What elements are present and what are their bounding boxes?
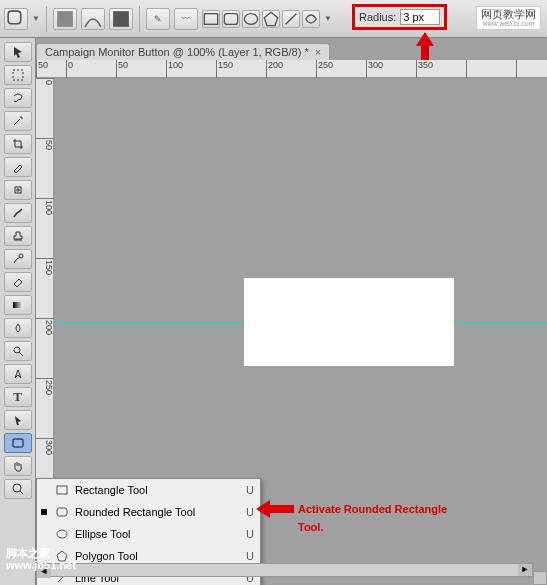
scroll-right-icon[interactable]: ► [518,564,532,576]
watermark: 脚本之家www.jb51.net [6,547,76,571]
svg-rect-1 [57,11,73,27]
rrect-icon [55,505,69,519]
svg-rect-3 [204,13,217,24]
document-tab-bar: Campaign Monitor Button @ 100% (Layer 1,… [36,40,330,60]
svg-rect-2 [113,11,129,27]
preset-picker[interactable] [4,8,28,30]
tab-title: Campaign Monitor Button @ 100% (Layer 1,… [45,46,309,58]
svg-point-5 [244,13,257,24]
ellipse-shape-icon[interactable] [242,10,260,28]
flyout-item-rect[interactable]: Rectangle ToolU [37,479,260,501]
canvas-area: 50050100150200250300350 0501001502002503… [36,60,547,500]
radius-input[interactable] [400,9,440,25]
gradient-tool[interactable] [4,295,32,315]
polygon-shape-icon[interactable] [262,10,280,28]
svg-rect-20 [57,508,67,516]
wand-tool[interactable] [4,111,32,131]
svg-rect-8 [13,70,23,80]
artboard [244,278,454,366]
document-tab[interactable]: Campaign Monitor Button @ 100% (Layer 1,… [36,43,330,60]
toolbox: T [0,38,36,585]
brand-badge: 网页教学网www.web3x.com [476,6,541,30]
freeform-pen-icon[interactable]: 〰 [174,8,198,30]
zoom-tool[interactable] [4,479,32,499]
annotation-activate: Activate Rounded Rectangle Tool. [298,499,447,535]
svg-rect-19 [57,486,67,494]
svg-line-15 [19,352,23,356]
eyedropper-tool[interactable] [4,157,32,177]
blur-tool[interactable] [4,318,32,338]
line-shape-icon[interactable] [282,10,300,28]
svg-line-7 [286,13,297,24]
svg-point-17 [13,484,21,492]
path-select-tool[interactable] [4,410,32,430]
history-brush-tool[interactable] [4,249,32,269]
pen-icon[interactable]: ✎ [146,8,170,30]
marquee-tool[interactable] [4,65,32,85]
svg-rect-4 [224,13,237,24]
rect-shape-icon[interactable] [202,10,220,28]
svg-point-12 [19,254,23,258]
rrect-shape-icon[interactable] [222,10,240,28]
ellipse-icon [55,527,69,541]
type-tool[interactable]: T [4,387,32,407]
svg-rect-13 [13,302,23,308]
options-bar: ▼ ✎ 〰 ▼ [0,0,547,38]
flyout-item-rrect[interactable]: Rounded Rectangle ToolU [37,501,260,523]
svg-rect-16 [13,439,23,447]
stamp-tool[interactable] [4,226,32,246]
shape-tool[interactable] [4,433,32,453]
custom-shape-icon[interactable] [302,10,320,28]
mode-fill[interactable] [109,8,133,30]
heal-tool[interactable] [4,180,32,200]
svg-marker-6 [264,12,277,25]
radius-field-group: Radius: [352,4,447,30]
hand-tool[interactable] [4,456,32,476]
crop-tool[interactable] [4,134,32,154]
canvas[interactable] [54,78,547,500]
eraser-tool[interactable] [4,272,32,292]
brush-tool[interactable] [4,203,32,223]
svg-rect-0 [8,11,21,24]
svg-line-18 [20,491,23,494]
lasso-tool[interactable] [4,88,32,108]
rect-icon [55,483,69,497]
svg-point-21 [57,530,67,538]
flyout-item-ellipse[interactable]: Ellipse ToolU [37,523,260,545]
close-icon[interactable]: × [315,46,321,58]
vertical-ruler: 050100150200250300 [36,78,54,500]
mode-shape-layer[interactable] [53,8,77,30]
dodge-tool[interactable] [4,341,32,361]
move-tool[interactable] [4,42,32,62]
resize-handle[interactable] [533,571,547,585]
mode-path[interactable] [81,8,105,30]
radius-label: Radius: [359,11,396,23]
horizontal-scrollbar[interactable]: ◄ ► [36,563,533,577]
pen-tool[interactable] [4,364,32,384]
horizontal-ruler: 50050100150200250300350 [36,60,547,78]
